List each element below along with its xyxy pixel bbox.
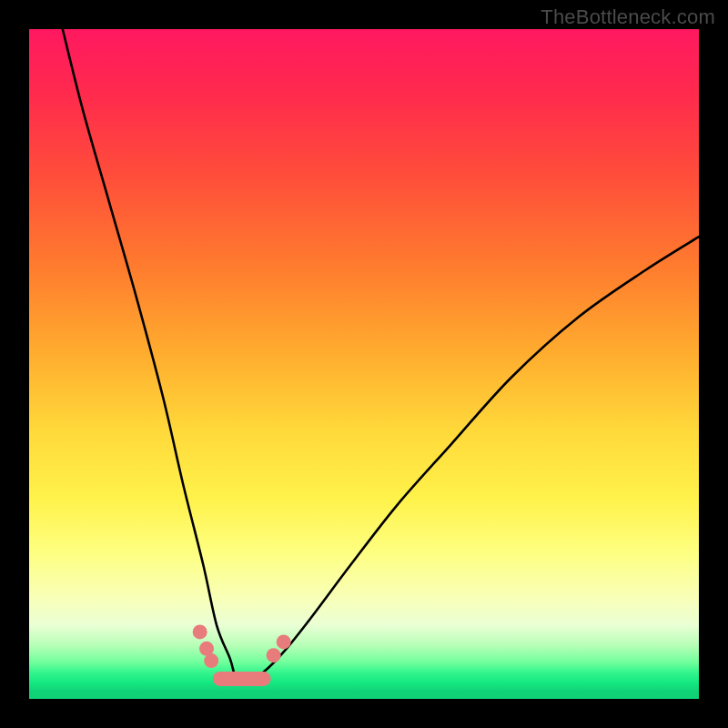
plot-area xyxy=(29,29,699,699)
bottleneck-curve xyxy=(63,29,699,681)
markers-right-dot xyxy=(267,648,281,662)
markers-right-dot xyxy=(277,634,291,649)
outer-frame: TheBottleneck.com xyxy=(0,0,728,728)
attribution-text: TheBottleneck.com xyxy=(541,5,715,29)
markers-left-dot xyxy=(204,653,218,668)
chart-svg xyxy=(29,29,699,699)
markers-left-dot xyxy=(193,624,207,639)
